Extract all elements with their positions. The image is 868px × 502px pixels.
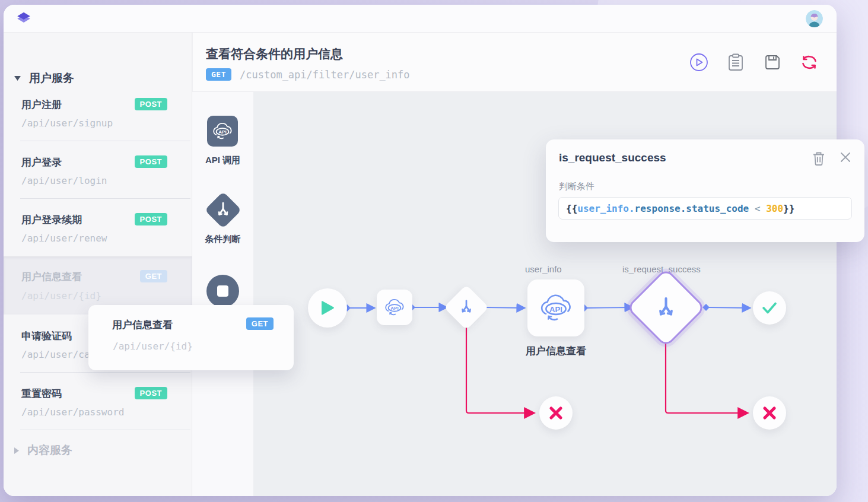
- palette-api-node[interactable]: API: [207, 116, 238, 147]
- clipboard-icon[interactable]: [726, 53, 745, 72]
- node-name-label: 用户信息查看: [522, 344, 590, 358]
- save-icon[interactable]: [763, 53, 782, 72]
- method-badge: GET: [206, 68, 231, 81]
- api-path: /api/user/signup: [21, 117, 113, 129]
- api-name: 用户登录续期: [21, 213, 82, 227]
- drag-ghost-card: 用户信息查看 GET /api/user/{id}: [88, 305, 294, 370]
- method-badge: POST: [135, 213, 167, 225]
- success-check-icon: [762, 301, 777, 314]
- fail-end-node[interactable]: [539, 396, 573, 430]
- svg-text:API: API: [390, 306, 398, 311]
- expr-variable: user_info.: [577, 203, 634, 214]
- palette-api-label: API 调用: [192, 155, 253, 166]
- sidebar-group-content-services[interactable]: 内容服务: [14, 443, 72, 458]
- branch-icon: [457, 298, 476, 317]
- sidebar-item-signup[interactable]: 用户注册 POST /api/user/signup: [4, 90, 192, 148]
- method-badge: POST: [135, 98, 167, 110]
- top-bar: [4, 5, 837, 33]
- method-badge: GET: [140, 270, 167, 282]
- caret-down-icon: [14, 76, 21, 81]
- sidebar-group-user-services[interactable]: 用户服务: [14, 71, 74, 86]
- branch-icon: [653, 294, 680, 322]
- method-badge: POST: [135, 387, 167, 399]
- user-info-api-node[interactable]: API: [527, 279, 584, 336]
- fail-x-icon: [762, 406, 777, 420]
- sidebar-item-renew[interactable]: 用户登录续期 POST /api/user/renew: [4, 205, 192, 263]
- expr-operator: <: [749, 203, 766, 214]
- node-palette: API API 调用 条件判断: [192, 92, 253, 496]
- expr-close-brace: }}: [783, 203, 794, 214]
- workflow-title: 查看符合条件的用户信息: [206, 46, 343, 62]
- cloud-api-icon: API: [537, 291, 575, 325]
- trash-icon[interactable]: [812, 151, 825, 166]
- divider: [20, 198, 190, 199]
- sidebar-item-login[interactable]: 用户登录 POST /api/user/login: [4, 148, 192, 205]
- api-sidebar: 用户服务 用户注册 POST /api/user/signup 用户登录 POS…: [4, 33, 192, 496]
- cloud-api-icon: API: [383, 297, 406, 318]
- api-name: 用户信息查看: [21, 270, 82, 284]
- palette-stop-node[interactable]: [206, 275, 239, 307]
- condition-editor-panel: is_request_success 判断条件 {{user_info.resp…: [546, 139, 864, 242]
- start-play-icon: [320, 300, 335, 316]
- user-avatar[interactable]: [806, 10, 823, 27]
- api-path: /api/user/renew: [21, 233, 107, 244]
- run-icon[interactable]: [689, 53, 708, 72]
- api-path: /api/user/{id}: [113, 341, 193, 352]
- cloud-api-icon: API: [211, 120, 234, 142]
- palette-condition-node[interactable]: [205, 192, 241, 228]
- divider: [20, 430, 190, 430]
- api-path: /api/user/{id}: [21, 290, 101, 301]
- sidebar-group-label: 用户服务: [29, 71, 74, 86]
- success-end-node[interactable]: [753, 291, 786, 325]
- divider: [20, 372, 190, 373]
- expr-open-brace: {{: [566, 203, 577, 214]
- divider: [20, 141, 190, 141]
- api-call-node[interactable]: API: [377, 290, 412, 325]
- sidebar-group-label: 内容服务: [27, 443, 72, 458]
- fail-end-node[interactable]: [753, 396, 786, 430]
- svg-text:API: API: [218, 129, 226, 135]
- condition-expression-input[interactable]: {{user_info.response.status_code < 300}}: [558, 197, 852, 220]
- api-name: 用户登录: [21, 155, 62, 169]
- api-path: /api/user/password: [21, 406, 124, 418]
- api-name: 用户注册: [21, 98, 62, 112]
- desktop-background: 用户服务 用户注册 POST /api/user/signup 用户登录 POS…: [0, 0, 868, 502]
- start-node[interactable]: [308, 288, 347, 328]
- fail-x-icon: [549, 406, 563, 420]
- workflow-path: /custom_api/filter/user_info: [240, 69, 410, 81]
- palette-condition-label: 条件判断: [192, 234, 253, 245]
- api-path: /api/user/login: [21, 175, 107, 186]
- method-badge: GET: [246, 317, 274, 330]
- condition-field-label: 判断条件: [559, 181, 594, 192]
- method-badge: POST: [135, 155, 167, 168]
- sidebar-item-password[interactable]: 重置密码 POST /api/user/password: [4, 379, 192, 437]
- stop-icon: [217, 285, 228, 297]
- panel-title: is_request_success: [559, 151, 666, 164]
- refresh-icon[interactable]: [800, 53, 819, 72]
- app-logo-icon: [15, 10, 32, 29]
- svg-text:API: API: [549, 305, 562, 314]
- api-path: /api/user/ca: [21, 349, 90, 360]
- caret-right-icon: [14, 447, 19, 454]
- api-name: 用户信息查看: [112, 318, 173, 332]
- expr-value: 300: [766, 203, 783, 214]
- branch-icon: [213, 200, 233, 220]
- close-icon[interactable]: [840, 151, 851, 163]
- api-name: 重置密码: [21, 387, 62, 401]
- app-window: 用户服务 用户注册 POST /api/user/signup 用户登录 POS…: [4, 5, 837, 496]
- node-variable-label: user_info: [525, 264, 562, 274]
- api-name: 申请验证码: [21, 329, 72, 343]
- expr-property: response.status_code: [635, 203, 749, 214]
- workflow-header: 查看符合条件的用户信息 GET /custom_api/filter/user_…: [192, 33, 837, 92]
